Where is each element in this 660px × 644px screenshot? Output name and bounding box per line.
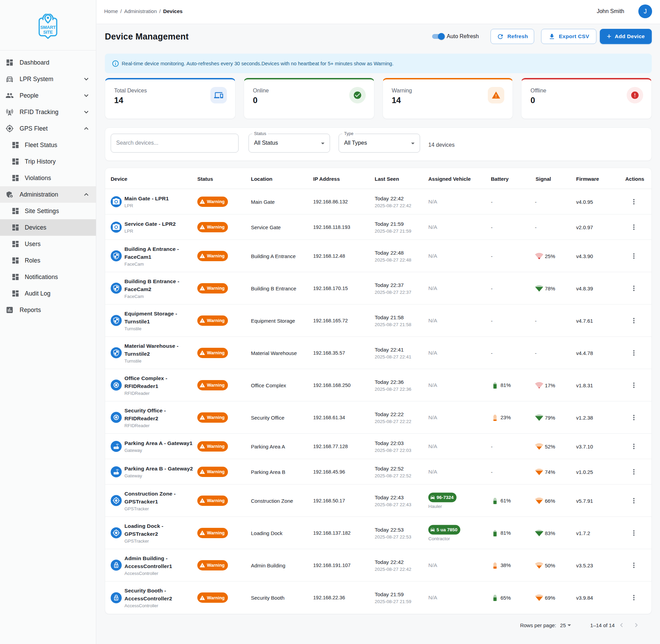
svg-text:SMART: SMART	[40, 25, 56, 30]
svg-text:SITE: SITE	[43, 30, 53, 35]
